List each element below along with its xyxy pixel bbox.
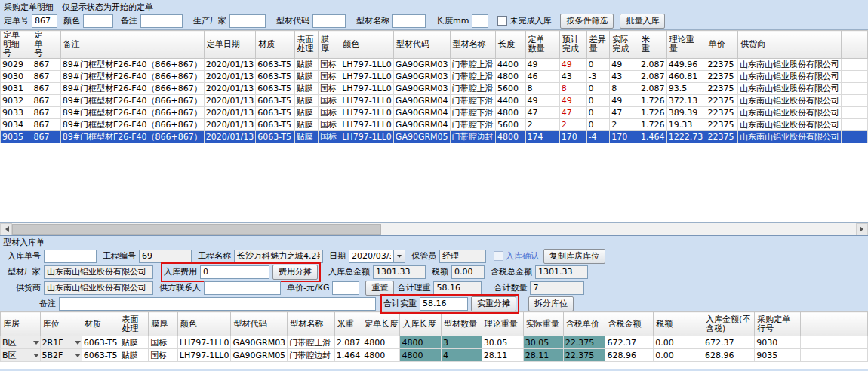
inbound-confirm-checkbox[interactable] <box>494 251 503 261</box>
cell[interactable]: 22.375 <box>563 336 605 349</box>
order-no-input[interactable] <box>32 14 57 28</box>
scroll-right-button[interactable] <box>856 223 868 235</box>
cell[interactable]: 22.375 <box>563 349 605 362</box>
column-header[interactable]: 定单号 <box>32 31 60 59</box>
actual-weight-allocate-button[interactable]: 实重分摊 <box>471 296 516 311</box>
cell[interactable]: 30.05 <box>523 336 563 349</box>
fee-input[interactable] <box>200 265 269 279</box>
total-qty-input[interactable] <box>530 281 584 295</box>
column-header[interactable]: 采购定单行号 <box>755 312 801 336</box>
horizontal-scrollbar[interactable] <box>0 223 868 235</box>
column-header[interactable]: 膜厚 <box>318 31 340 59</box>
inbound-row[interactable]: B区2R1F6063-T5贴膜国标LH797-1LL0GA90GRM03门带腔上… <box>1 336 868 349</box>
filter-by-condition-button[interactable]: 按条件筛选 <box>560 14 614 29</box>
batch-inbound-button[interactable]: 批量入库 <box>620 14 665 29</box>
scroll-left-button[interactable] <box>0 223 12 235</box>
column-header[interactable]: 入库长度 <box>400 312 442 336</box>
total-actual-weight-input[interactable] <box>420 297 468 311</box>
chevron-down-icon[interactable] <box>33 341 39 348</box>
column-header[interactable]: 定单数量 <box>525 31 559 59</box>
column-header[interactable]: 材质 <box>82 312 119 336</box>
column-header[interactable]: 型材代码 <box>231 312 288 336</box>
column-header[interactable] <box>841 31 867 59</box>
order-row[interactable]: 903486789#门框型材F26-F40（866+867）2020/01/13… <box>1 119 868 131</box>
column-header[interactable]: 颜色 <box>177 312 231 336</box>
column-header[interactable]: 颜色 <box>340 31 394 59</box>
column-header[interactable]: 膜厚 <box>149 312 178 336</box>
column-header[interactable]: 库位 <box>40 312 82 336</box>
column-header[interactable]: 型材名称 <box>288 312 335 336</box>
column-header[interactable]: 入库金额(不含税) <box>703 312 755 336</box>
receipt-no-input[interactable] <box>44 250 97 263</box>
combo-cell[interactable]: B区 <box>2 337 39 348</box>
copy-warehouse-location-button[interactable]: 复制库房库位 <box>543 249 605 264</box>
column-header[interactable]: 备注 <box>60 31 204 59</box>
combo-cell[interactable]: B区 <box>2 350 39 361</box>
order-row[interactable]: 903186789#门框型材F26-F40（866+867）2020/01/13… <box>1 83 868 95</box>
profile-name-input[interactable] <box>392 14 426 28</box>
column-header[interactable]: 理论重量 <box>482 312 523 336</box>
total-theory-weight-input[interactable] <box>433 281 482 295</box>
chevron-down-icon[interactable] <box>75 354 81 360</box>
cell[interactable]: B区 <box>1 349 41 362</box>
order-row[interactable]: 903586789#门框型材F26-F40（866+867）2020/01/13… <box>1 131 868 143</box>
length-input[interactable] <box>472 14 488 28</box>
column-header[interactable]: 含税单价 <box>563 312 605 336</box>
cell[interactable]: 3 <box>441 336 482 349</box>
column-header[interactable]: 型材名称 <box>450 31 495 59</box>
column-header[interactable]: 供货商 <box>737 31 841 59</box>
column-header[interactable]: 型材数量 <box>441 312 482 336</box>
cell[interactable]: 28.11 <box>523 349 563 362</box>
order-row[interactable]: 903386789#门框型材F26-F40（866+867）2020/01/13… <box>1 107 868 119</box>
column-header[interactable]: 型材代码 <box>393 31 450 59</box>
order-row[interactable]: 902986789#门框型材F26-F40（866+867）2020/01/13… <box>1 59 868 71</box>
column-header[interactable]: 米重 <box>639 31 667 59</box>
column-header[interactable] <box>801 312 868 336</box>
factory-input[interactable] <box>44 265 153 279</box>
column-header[interactable]: 理论重量 <box>666 31 706 59</box>
order-row[interactable]: 903286789#门框型材F26-F40（866+867）2020/01/13… <box>1 95 868 107</box>
column-header[interactable]: 预计完成 <box>559 31 586 59</box>
project-no-input[interactable] <box>139 250 192 263</box>
column-header[interactable]: 定单长度 <box>362 312 400 336</box>
cell[interactable]: 4800 <box>400 336 442 349</box>
column-header[interactable]: 含税金额 <box>605 312 654 336</box>
cell[interactable]: B区 <box>1 336 41 349</box>
order-row[interactable]: 903086789#门框型材F26-F40（866+867）2020/01/13… <box>1 71 868 83</box>
chevron-down-icon[interactable] <box>33 354 39 360</box>
color-input[interactable] <box>83 14 113 28</box>
column-header[interactable]: 库房 <box>1 312 41 336</box>
cell[interactable]: 2R1F <box>40 336 82 349</box>
column-header[interactable]: 长度 <box>495 31 525 59</box>
manufacturer-input[interactable] <box>229 14 266 28</box>
combo-cell[interactable]: 2R1F <box>42 338 81 348</box>
date-dropdown-button[interactable] <box>394 250 405 263</box>
column-header[interactable]: 差异量 <box>586 31 610 59</box>
scrollbar-thumb[interactable] <box>12 224 381 235</box>
fee-allocate-button[interactable]: 费用分摊 <box>272 265 318 280</box>
column-header[interactable]: 实际完成 <box>610 31 639 59</box>
chevron-down-icon[interactable] <box>75 341 81 348</box>
column-header[interactable]: 表面处理 <box>119 312 149 336</box>
profile-code-input[interactable] <box>312 14 346 28</box>
remark-input[interactable] <box>140 14 183 28</box>
column-header[interactable]: 定单日期 <box>204 31 255 59</box>
cell[interactable]: 4 <box>441 349 482 362</box>
keeper-input[interactable] <box>439 250 486 263</box>
date-input[interactable] <box>349 250 394 263</box>
reset-button[interactable]: 重置 <box>365 281 394 296</box>
split-location-button[interactable]: 拆分库位 <box>528 296 574 311</box>
cell[interactable]: 4800 <box>400 349 442 362</box>
unit-price-input[interactable] <box>332 281 359 295</box>
column-header[interactable]: 材质 <box>256 31 294 59</box>
column-header[interactable]: 单价 <box>706 31 737 59</box>
contact-input[interactable] <box>204 281 281 295</box>
cell[interactable]: 5B2F <box>40 349 82 362</box>
note-input[interactable] <box>59 297 376 311</box>
inbound-row[interactable]: B区5B2F6063-T5贴膜国标LH797-1LL0GA90GRM05门带腔边… <box>1 349 868 362</box>
column-header[interactable]: 税额 <box>654 312 703 336</box>
combo-cell[interactable]: 5B2F <box>42 351 81 360</box>
supplier-input[interactable] <box>44 281 153 295</box>
tax-input[interactable] <box>451 265 485 279</box>
total-with-tax-input[interactable] <box>535 265 588 279</box>
